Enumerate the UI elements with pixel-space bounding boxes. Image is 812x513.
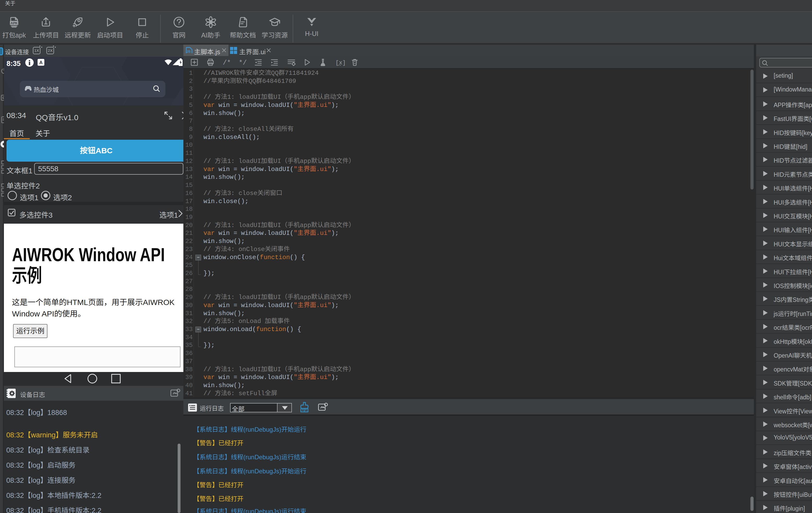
svg-text:APK: APK — [10, 21, 18, 25]
svg-text:JS: JS — [186, 50, 191, 54]
svg-text:*/: */ — [239, 59, 247, 66]
svg-text:/*: /* — [223, 59, 231, 66]
svg-text:A: A — [39, 60, 42, 65]
